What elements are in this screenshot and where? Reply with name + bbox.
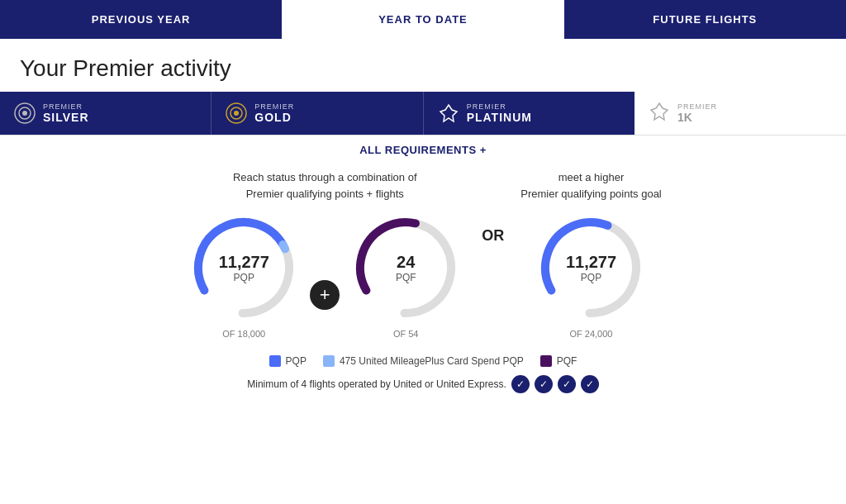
tier-tabs-wrapper: PREMIER SILVER PREMIER GOLD	[0, 92, 846, 136]
platinum-tier-label: PREMIER	[467, 102, 532, 111]
gold-tier-text: PREMIER GOLD	[254, 102, 294, 124]
silver-tier-label: PREMIER	[43, 102, 89, 111]
circles-row: 11,277 PQP OF 18,000 +	[186, 210, 463, 339]
check-circle-2: ✓	[535, 375, 553, 393]
check-circle-1: ✓	[511, 375, 530, 393]
main-content: Reach status through a combination of Pr…	[0, 161, 846, 339]
tab-future-flights[interactable]: FUTURE FLIGHTS	[564, 0, 846, 39]
left-group: Reach status through a combination of Pr…	[184, 169, 465, 339]
silver-tier-name: SILVER	[43, 111, 89, 124]
legend-label-pqf: PQF	[557, 355, 577, 367]
platinum-tier-text: PREMIER PLATINUM	[467, 102, 532, 124]
tab-year-to-date[interactable]: YEAR TO DATE	[282, 0, 563, 39]
pqp1-center: 11,277 PQP	[219, 253, 269, 283]
page-title: Your Premier activity	[20, 55, 826, 82]
pqp1-gauge: 11,277 PQP OF 18,000	[186, 210, 302, 339]
legend-item-pqp: PQP	[269, 355, 307, 367]
legend: PQP 475 United MileagePlus Card Spend PQ…	[0, 355, 846, 367]
1k-tier-text: PREMIER 1K	[677, 102, 717, 124]
legend-label-card-spend: 475 United MileagePlus Card Spend PQP	[340, 355, 524, 367]
pqp1-value: 11,277	[219, 253, 269, 272]
pqf-unit: PQF	[396, 272, 416, 283]
tier-tab-platinum[interactable]: PREMIER PLATINUM	[424, 92, 634, 135]
svg-point-2	[22, 111, 27, 116]
tier-tab-gold[interactable]: PREMIER GOLD	[212, 92, 423, 135]
legend-dot-pqf	[540, 355, 552, 367]
pqp2-center: 11,277 PQP	[566, 253, 616, 283]
svg-marker-6	[440, 105, 457, 121]
or-label: OR	[482, 227, 504, 245]
all-requirements[interactable]: ALL REQUIREMENTS +	[0, 136, 846, 161]
legend-dot-card-spend	[323, 355, 335, 367]
legend-dot-pqp	[269, 355, 281, 367]
pqf-gauge: 24 PQF OF 54	[348, 210, 463, 339]
top-nav: PREVIOUS YEAR YEAR TO DATE FUTURE FLIGHT…	[0, 0, 846, 39]
gold-tier-name: GOLD	[254, 111, 294, 124]
tier-tab-1k[interactable]: PREMIER 1K	[634, 92, 846, 135]
platinum-tier-name: PLATINUM	[467, 111, 532, 124]
gold-icon	[225, 102, 248, 125]
pqp2-unit: PQP	[566, 272, 616, 283]
legend-item-card-spend: 475 United MileagePlus Card Spend PQP	[323, 355, 524, 367]
svg-point-5	[234, 111, 239, 116]
pqf-value: 24	[396, 253, 416, 272]
pqp2-value: 11,277	[566, 253, 616, 272]
right-group: meet a higher Premier qualifying points …	[520, 169, 662, 339]
platinum-icon	[437, 102, 460, 125]
pqp1-unit: PQP	[219, 272, 269, 283]
check-circle-4: ✓	[581, 375, 599, 393]
svg-marker-7	[651, 103, 668, 120]
footer-note-text: Minimum of 4 flights operated by United …	[247, 378, 506, 390]
1k-tier-name: 1K	[677, 111, 717, 124]
check-circle-3: ✓	[558, 375, 576, 393]
page-title-section: Your Premier activity	[0, 39, 846, 92]
pqp2-gauge-wrap: 11,277 PQP	[533, 210, 649, 326]
1k-tier-label: PREMIER	[677, 102, 717, 111]
tier-tab-silver[interactable]: PREMIER SILVER	[0, 92, 212, 135]
tab-previous-year[interactable]: PREVIOUS YEAR	[0, 0, 282, 39]
silver-tier-text: PREMIER SILVER	[43, 102, 89, 124]
pqp2-gauge: 11,277 PQP OF 24,000	[533, 210, 649, 339]
legend-label-pqp: PQP	[286, 355, 307, 367]
footer-note: Minimum of 4 flights operated by United …	[0, 375, 846, 393]
pqf-center: 24 PQF	[396, 253, 416, 283]
silver-icon	[13, 102, 36, 125]
right-description: meet a higher Premier qualifying points …	[520, 169, 662, 202]
pqf-gauge-wrap: 24 PQF	[348, 210, 463, 326]
legend-item-pqf: PQF	[540, 355, 577, 367]
gold-tier-label: PREMIER	[254, 102, 294, 111]
tier-tabs: PREMIER SILVER PREMIER GOLD	[0, 92, 634, 135]
pqp1-gauge-wrap: 11,277 PQP	[186, 210, 302, 326]
1k-icon	[648, 100, 671, 126]
